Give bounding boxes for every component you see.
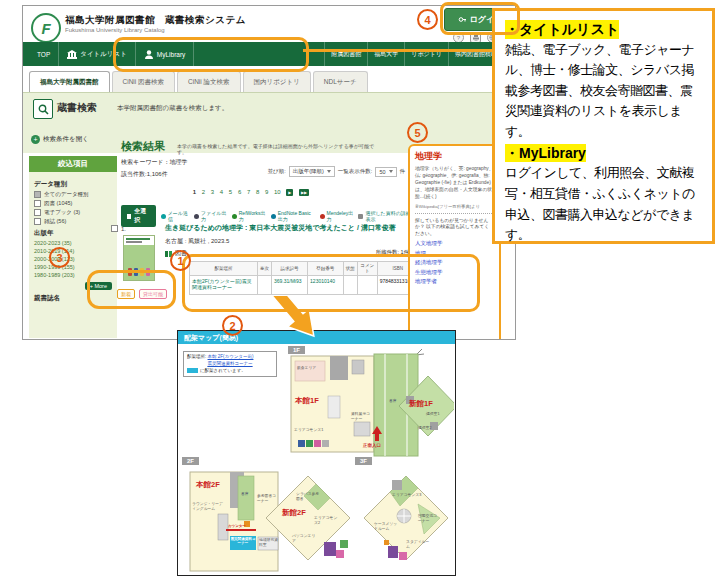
nav-repository[interactable]: リポジトリ: [404, 42, 448, 66]
catalog-search-title: 蔵書検索: [57, 101, 97, 115]
tab-cinii-articles[interactable]: CiNii 論文検索: [177, 71, 241, 92]
refworks-icon: [232, 214, 237, 219]
map-label-pc-area: パソコンエリア: [292, 534, 318, 543]
mail-send-link[interactable]: メール送信: [161, 210, 189, 222]
per-page-select[interactable]: 50: [375, 167, 396, 177]
comment-cell: [357, 275, 377, 294]
suggest-text: 探しているものが見つかりませんか？ 以下の検索語も試してみてください。: [415, 218, 494, 238]
tab-cinii-books[interactable]: CiNii 図書検索: [112, 71, 176, 92]
related-term-link[interactable]: 生態地理学: [415, 269, 494, 276]
plus-icon: +: [31, 135, 40, 144]
floor-map-body: 配架場所: 本館 2F(カウンター前) 震災関連資料コーナー に配架されています…: [178, 344, 454, 574]
checkbox[interactable]: [34, 209, 41, 216]
map-label-stacks-1f: 書庫: [389, 399, 397, 404]
chevron-down-icon: [327, 170, 331, 173]
page-link[interactable]: 10: [274, 189, 281, 195]
annotation-number-1: 1: [170, 250, 191, 271]
result-title-link[interactable]: 生き延びるための地理学 : 東日本大震災被災地で考えたこと / 溝口常俊著: [165, 223, 405, 232]
checkbox[interactable]: [111, 225, 118, 232]
nav-university[interactable]: 福島大学: [367, 42, 404, 66]
mail-icon: [161, 214, 166, 219]
volume-cell: [257, 275, 271, 294]
nav-library-home[interactable]: 附属図書館: [324, 42, 367, 66]
nav-top[interactable]: TOP: [29, 42, 59, 66]
result-publication: 名古屋 : 風媒社 , 2023.5: [165, 237, 229, 246]
page-link[interactable]: 4: [220, 189, 223, 195]
info-panel-body: 地理学（ちりがく、英: geography、仏: géographie、伊: g…: [415, 166, 494, 201]
location-link[interactable]: 本館2F(カウンター前)震災関連資料コーナー: [190, 275, 258, 294]
pagination: 1 2 3 4 5 6 7 8 9 10 ▶ ▶▶: [121, 189, 381, 196]
map-label-honkan-2f: 本館2F: [196, 480, 220, 489]
site-subtitle: Fukushima University Library Catalog: [65, 27, 165, 33]
select-all-button[interactable]: 全選択: [121, 205, 156, 227]
per-page-label: 一覧表示件数:: [338, 168, 373, 175]
page-link[interactable]: 6: [238, 189, 241, 195]
magnifier-icon: [33, 99, 53, 119]
checkbox[interactable]: [34, 200, 41, 207]
results-heading: 検索結果: [121, 139, 165, 154]
page-link[interactable]: 7: [247, 189, 250, 195]
map-label-entrance: 正面入口: [363, 443, 381, 448]
map-label-shinkan-2f: 新館2F: [282, 508, 306, 517]
show-selected-link[interactable]: 選択した資料の詳細表示: [358, 210, 413, 222]
sort-controls: 並び順: 出版年(降順) 一覧表示件数: 50 件: [268, 166, 406, 177]
file-export-link[interactable]: ファイル出力: [194, 210, 227, 222]
checkbox[interactable]: [34, 218, 41, 225]
result-index: 1.: [121, 226, 126, 232]
annotation-connector-line: [303, 49, 492, 52]
page-link[interactable]: 2: [202, 189, 205, 195]
map-label-lounge: ラウンジ・リーディングルーム: [192, 502, 226, 511]
annotation-number-5: 5: [407, 122, 428, 143]
page-link[interactable]: 5: [229, 189, 232, 195]
tab-ndl-search[interactable]: NDLサーチ: [313, 71, 368, 92]
endnote-icon: [271, 214, 276, 219]
map-label-syllabus: シラバス参考図書: [296, 492, 322, 501]
annotation-note-box: ・タイトルリスト 雑誌、電子ブック、電子ジャーナル、博士・修士論文、シラバス掲載…: [492, 8, 715, 244]
floor-map-window: 配架マップ(簡易) 配架場所: 本館 2F(カウンター前) 震災関連資料コーナー…: [177, 330, 456, 576]
next-page-icon[interactable]: ▶: [286, 189, 293, 196]
refworks-export-link[interactable]: RefWorks出力: [232, 210, 266, 222]
call-number-cell[interactable]: 369.31/Mi93: [272, 275, 308, 294]
result-item-checkbox[interactable]: 1.: [111, 225, 126, 232]
holdings-count: 所蔵件数: 1件: [375, 249, 409, 256]
page-link[interactable]: 9: [265, 189, 268, 195]
checkbox-checked[interactable]: [34, 191, 41, 198]
annotation-arrow-to-map: [264, 296, 336, 362]
badge-available[interactable]: 貸出可能: [139, 289, 167, 299]
nav-title-list[interactable]: タイトルリスト: [59, 42, 136, 66]
keyword-info-panel: 地理学 地理学（ちりがく、英: geography、仏: géographie、…: [408, 144, 501, 340]
related-term-link[interactable]: 地理学者: [415, 278, 494, 285]
map-label-ref-corner: 参考図書コーナー: [257, 494, 279, 503]
open-search-conditions-link[interactable]: + 検索条件を開く: [31, 135, 89, 144]
nav-mylibrary[interactable]: MyLibrary: [136, 42, 195, 66]
main-nav: TOP タイトルリスト MyLibrary 附属図書館 福島大学 リポジトリ 県…: [23, 42, 515, 66]
person-icon: [144, 50, 154, 59]
related-term-link[interactable]: 人文地理学: [415, 240, 494, 247]
map-label-study-room: スタディルーム: [406, 540, 430, 549]
map-label-commons-2: エリアコモンズ2: [314, 516, 340, 525]
last-page-icon[interactable]: ▶▶: [299, 189, 309, 196]
map-label-disaster-corner: 震災関連資料コーナー: [230, 537, 256, 546]
per-page-unit: 件: [400, 168, 406, 175]
endnote-export-link[interactable]: EndNote Basic出力: [271, 210, 315, 222]
book-cover-thumbnail[interactable]: [123, 235, 155, 281]
building-icon: [67, 50, 77, 59]
tab-jp-repository[interactable]: 国内リポジトリ: [243, 71, 311, 92]
page-link[interactable]: 8: [256, 189, 259, 195]
related-term-link[interactable]: 経済地理学: [415, 259, 494, 266]
tab-fukushima-univ-library[interactable]: 福島大学附属図書館: [29, 71, 110, 92]
related-term-link[interactable]: 地理: [415, 250, 494, 257]
badge-new-arrival[interactable]: 新着: [117, 289, 135, 299]
status-cell: [343, 275, 357, 294]
map-label-case-room: ケースメソッドルーム: [374, 522, 398, 531]
page-link[interactable]: 3: [211, 189, 214, 195]
sort-select[interactable]: 出版年(降順): [289, 166, 335, 177]
sort-label: 並び順:: [268, 168, 286, 175]
hit-count: 該当件数:1,106件: [121, 170, 168, 179]
search-results-area: 検索結果 本学の蔵書を検索した結果です。電子媒体は詳細画面から外部へリンクする事…: [89, 139, 413, 339]
library-catalog-window: F 福島大学附属図書館 蔵書検索システム Fukushima Universit…: [22, 5, 516, 340]
mendeley-export-link[interactable]: Mendeley出力: [320, 210, 354, 222]
library-logo: F: [31, 13, 61, 43]
registration-number-cell[interactable]: 123010140: [308, 275, 344, 294]
document-icon: [358, 214, 363, 219]
